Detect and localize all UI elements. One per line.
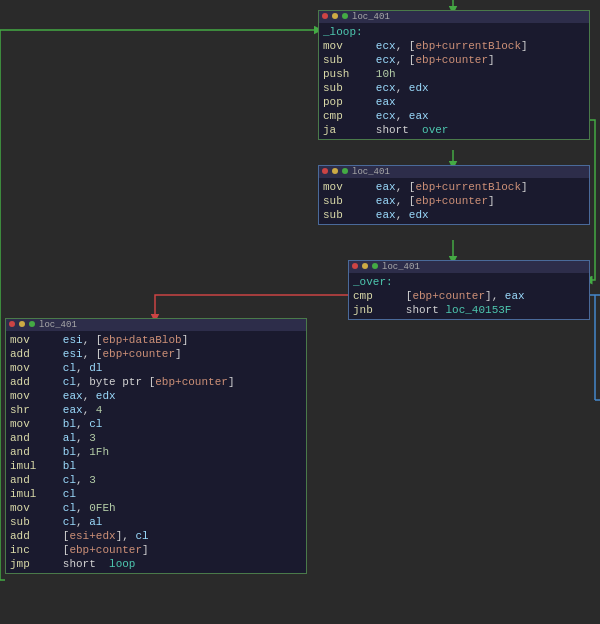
- code-line: sub ecx, [ebp+counter]: [323, 53, 585, 67]
- code-line: shr eax, 4: [10, 403, 302, 417]
- dot-yellow-4: [19, 321, 25, 327]
- code-line: and bl, 1Fh: [10, 445, 302, 459]
- code-line: mov bl, cl: [10, 417, 302, 431]
- code-line: mov eax, [ebp+currentBlock]: [323, 180, 585, 194]
- block3-title: loc_401: [382, 262, 420, 272]
- block-loop: loc_401 _loop: mov ecx, [ebp+currentBloc…: [318, 10, 590, 140]
- code-line: pop eax: [323, 95, 585, 109]
- main-canvas: loc_401 _loop: mov ecx, [ebp+currentBloc…: [0, 0, 600, 624]
- block2-title: loc_401: [352, 167, 390, 177]
- block-middle: loc_401 mov eax, [ebp+currentBlock] sub …: [318, 165, 590, 225]
- block-main-body: loc_401 mov esi, [ebp+dataBlob] add esi,…: [5, 318, 307, 574]
- block4-title: loc_401: [39, 320, 77, 330]
- dot-yellow-2: [332, 168, 338, 174]
- block3-titlebar: loc_401: [349, 261, 589, 273]
- code-line: add cl, byte ptr [ebp+counter]: [10, 375, 302, 389]
- code-line: sub ecx, edx: [323, 81, 585, 95]
- code-line: and cl, 3: [10, 473, 302, 487]
- dot-red-1: [322, 13, 328, 19]
- code-line: push 10h: [323, 67, 585, 81]
- code-line: add [esi+edx], cl: [10, 529, 302, 543]
- code-line: _loop:: [323, 25, 585, 39]
- code-line: mov cl, 0FEh: [10, 501, 302, 515]
- code-line: mov esi, [ebp+dataBlob]: [10, 333, 302, 347]
- code-line: mov cl, dl: [10, 361, 302, 375]
- dot-green-2: [342, 168, 348, 174]
- dot-red-2: [322, 168, 328, 174]
- block1-title: loc_401: [352, 12, 390, 22]
- code-line: and al, 3: [10, 431, 302, 445]
- code-line: add esi, [ebp+counter]: [10, 347, 302, 361]
- code-line: cmp ecx, eax: [323, 109, 585, 123]
- code-line: inc [ebp+counter]: [10, 543, 302, 557]
- code-line: sub eax, edx: [323, 208, 585, 222]
- block4-titlebar: loc_401: [6, 319, 306, 331]
- block2-titlebar: loc_401: [319, 166, 589, 178]
- code-line: ja short over: [323, 123, 585, 137]
- dot-green-1: [342, 13, 348, 19]
- dot-red-4: [9, 321, 15, 327]
- dot-yellow-3: [362, 263, 368, 269]
- dot-yellow-1: [332, 13, 338, 19]
- code-line: jmp short loop: [10, 557, 302, 571]
- code-line: sub cl, al: [10, 515, 302, 529]
- dot-red-3: [352, 263, 358, 269]
- dot-green-3: [372, 263, 378, 269]
- code-line: _over:: [353, 275, 585, 289]
- code-line: mov eax, edx: [10, 389, 302, 403]
- code-line: mov ecx, [ebp+currentBlock]: [323, 39, 585, 53]
- code-line: imul cl: [10, 487, 302, 501]
- block1-titlebar: loc_401: [319, 11, 589, 23]
- dot-green-4: [29, 321, 35, 327]
- block-over: loc_401 _over: cmp [ebp+counter], eax jn…: [348, 260, 590, 320]
- code-line: imul bl: [10, 459, 302, 473]
- code-line: jnb short loc_40153F: [353, 303, 585, 317]
- code-line: sub eax, [ebp+counter]: [323, 194, 585, 208]
- code-line: cmp [ebp+counter], eax: [353, 289, 585, 303]
